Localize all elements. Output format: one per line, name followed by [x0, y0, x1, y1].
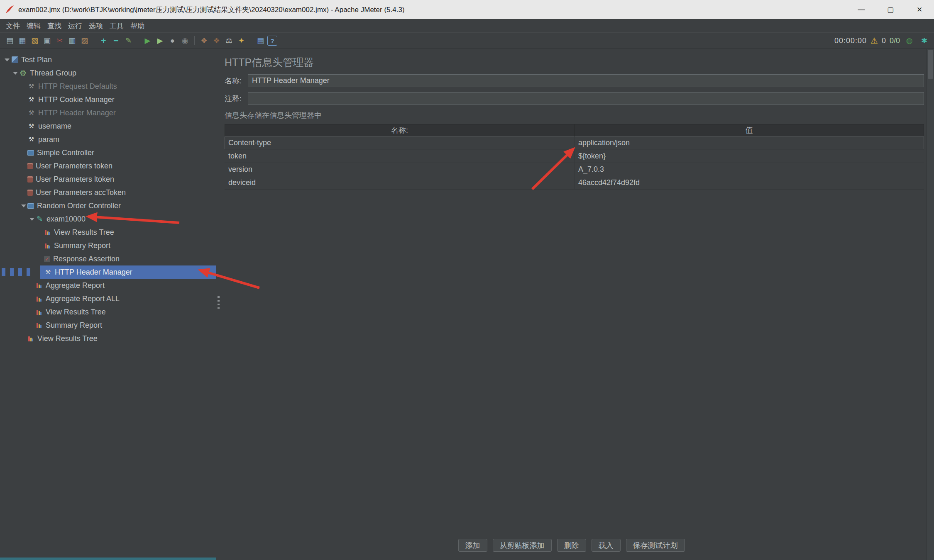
tree-item-test-plan[interactable]: Test Plan	[0, 53, 216, 66]
templates-icon[interactable]: ▦	[17, 35, 28, 46]
app-body: Test Plan Thread Group HTTP Request Defa…	[0, 49, 934, 560]
tree-item-http-header-manager-selected[interactable]: HTTP Header Manager	[0, 265, 216, 279]
delete-button[interactable]: 删除	[557, 539, 586, 552]
controller-icon	[27, 203, 34, 209]
header-name-cell[interactable]: version	[225, 163, 574, 176]
expand-all-icon[interactable]: +	[98, 35, 109, 46]
menu-tools[interactable]: 工具	[106, 19, 127, 32]
column-header-value[interactable]: 值	[574, 124, 924, 136]
header-value-cell[interactable]: 46accd42f74d92fd	[574, 176, 924, 189]
search-reset-icon[interactable]: ✦	[236, 35, 247, 46]
stop-icon[interactable]: ●	[167, 35, 178, 46]
paste-icon[interactable]: ▨	[79, 35, 90, 46]
tree-item-view-results-tree-2[interactable]: View Results Tree	[0, 305, 216, 319]
window-title: exam002.jmx (D:\work\BTJK\working\jmeter…	[18, 5, 405, 15]
table-buttons: 添加 从剪贴板添加 删除 载入 保存测试计划	[216, 539, 927, 552]
tree-item-http-request-defaults[interactable]: HTTP Request Defaults	[0, 80, 216, 93]
cut-icon[interactable]: ✂	[54, 35, 65, 46]
start-no-timers-icon[interactable]: ▶	[154, 35, 166, 46]
tree-item-summary-report-2[interactable]: Summary Report	[0, 319, 216, 332]
header-name-cell[interactable]: deviceid	[225, 176, 574, 189]
tree-item-username[interactable]: username	[0, 119, 216, 133]
close-button[interactable]: ✕	[905, 0, 934, 19]
tree-item-label: Summary Report	[54, 241, 110, 250]
header-value-cell[interactable]: application/json	[574, 136, 924, 149]
shutdown-icon[interactable]: ◉	[179, 35, 191, 46]
tree-item-label: Test Plan	[21, 56, 52, 64]
tree-item-aggregate-report-all[interactable]: Aggregate Report ALL	[0, 292, 216, 305]
menu-help[interactable]: 帮助	[127, 19, 148, 32]
header-name-cell[interactable]: Content-type	[225, 136, 574, 149]
config-element-icon	[44, 268, 52, 276]
tree-item-user-parameters-ltoken[interactable]: User Parameters ltoken	[0, 173, 216, 186]
maximize-button[interactable]: ▢	[876, 0, 905, 19]
jmeter-users-icon[interactable]: ✱	[919, 35, 930, 46]
chevron-expanded-icon[interactable]	[12, 69, 19, 77]
start-icon[interactable]: ▶	[142, 35, 153, 46]
collapse-all-icon[interactable]: −	[110, 35, 122, 46]
copy-icon[interactable]: ▥	[66, 35, 78, 46]
tree-item-view-results-tree-3[interactable]: View Results Tree	[0, 332, 216, 345]
tree-item-http-header-manager[interactable]: HTTP Header Manager	[0, 106, 216, 119]
search-icon[interactable]: ⚖	[223, 35, 235, 46]
minimize-button[interactable]: —	[847, 0, 876, 19]
menu-options[interactable]: 选项	[86, 19, 106, 32]
header-name-cell[interactable]: token	[225, 150, 574, 163]
menu-file[interactable]: 文件	[2, 19, 23, 32]
tree-item-label: Simple Controller	[37, 149, 94, 157]
tree-item-response-assertion[interactable]: Response Assertion	[0, 252, 216, 265]
vertical-scrollbar[interactable]	[927, 49, 934, 560]
tree-item-label: exam10000	[46, 215, 86, 224]
remote-status-icon[interactable]: ◍	[904, 35, 915, 46]
tree-item-summary-report[interactable]: Summary Report	[0, 239, 216, 252]
comment-input[interactable]	[248, 92, 924, 105]
toggle-icon[interactable]: ✎	[123, 35, 134, 46]
log-warning-icon[interactable]: ⚠	[870, 36, 878, 46]
save-test-plan-button[interactable]: 保存测试计划	[626, 539, 685, 552]
table-row[interactable]: Content-type application/json	[225, 136, 924, 150]
table-row[interactable]: deviceid 46accd42f74d92fd	[225, 176, 924, 190]
chevron-placeholder	[37, 268, 44, 276]
tree-item-user-parameters-token[interactable]: User Parameters token	[0, 159, 216, 173]
assertion-icon	[44, 256, 50, 262]
chevron-placeholder	[28, 295, 36, 302]
chevron-placeholder	[37, 242, 44, 249]
title-bar: exam002.jmx (D:\work\BTJK\working\jmeter…	[0, 0, 934, 19]
chevron-expanded-icon[interactable]	[28, 215, 36, 223]
header-value-cell[interactable]: A_7.0.3	[574, 163, 924, 176]
tree-horizontal-scrollbar[interactable]	[0, 558, 216, 560]
function-helper-icon[interactable]: ▦	[255, 35, 266, 46]
help-icon[interactable]: ?	[267, 36, 277, 46]
tree-item-param[interactable]: param	[0, 133, 216, 146]
column-header-name[interactable]: 名称:	[225, 124, 574, 136]
new-file-icon[interactable]: ▤	[4, 35, 15, 46]
tree-item-view-results-tree[interactable]: View Results Tree	[0, 226, 216, 239]
tree-item-exam10000[interactable]: exam10000	[0, 212, 216, 226]
tree-item-label: Random Order Controller	[37, 202, 121, 210]
menu-search[interactable]: 查找	[44, 19, 65, 32]
tree-item-label: Response Assertion	[53, 255, 120, 263]
table-row[interactable]: version A_7.0.3	[225, 163, 924, 176]
load-button[interactable]: 载入	[592, 539, 621, 552]
clear-icon[interactable]: ❖	[198, 35, 210, 46]
tree-item-random-order-controller[interactable]: Random Order Controller	[0, 199, 216, 212]
menu-run[interactable]: 运行	[65, 19, 86, 32]
name-input[interactable]	[248, 74, 924, 87]
tree-item-simple-controller[interactable]: Simple Controller	[0, 146, 216, 159]
open-folder-icon[interactable]: ▧	[29, 35, 40, 46]
tree-item-user-parameters-acctoken[interactable]: User Parameters accToken	[0, 186, 216, 199]
save-icon[interactable]: ▣	[42, 35, 53, 46]
test-plan-tree: Test Plan Thread Group HTTP Request Defa…	[0, 49, 216, 560]
header-value-cell[interactable]: ${token}	[574, 150, 924, 163]
clear-all-icon[interactable]: ❖	[211, 35, 222, 46]
scrollbar-thumb[interactable]	[928, 50, 933, 79]
menu-edit[interactable]: 编辑	[23, 19, 44, 32]
tree-item-thread-group[interactable]: Thread Group	[0, 66, 216, 80]
chevron-expanded-icon[interactable]	[3, 56, 11, 63]
tree-item-http-cookie-manager[interactable]: HTTP Cookie Manager	[0, 93, 216, 106]
chevron-expanded-icon[interactable]	[20, 202, 27, 209]
table-row[interactable]: token ${token}	[225, 150, 924, 163]
add-button[interactable]: 添加	[458, 539, 487, 552]
tree-item-aggregate-report[interactable]: Aggregate Report	[0, 279, 216, 292]
add-from-clipboard-button[interactable]: 从剪贴板添加	[493, 539, 552, 552]
